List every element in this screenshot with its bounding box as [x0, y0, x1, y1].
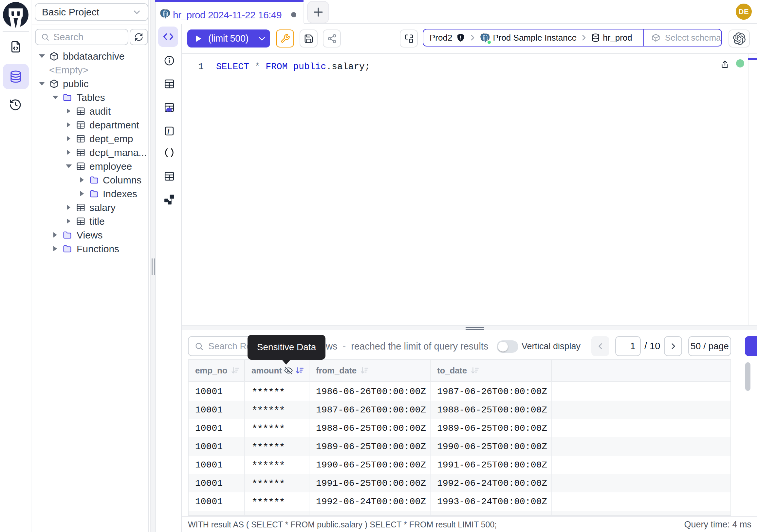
svg-text:f: f — [167, 128, 170, 134]
